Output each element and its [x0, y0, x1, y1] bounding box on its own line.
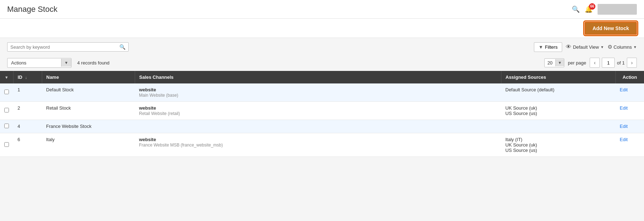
edit-link[interactable]: Edit: [620, 124, 628, 129]
source-line: US Source (us): [505, 148, 611, 153]
row-id: 2: [13, 102, 42, 120]
th-sources-label: Assigned Sources: [506, 75, 546, 80]
per-page-number: 20: [545, 59, 555, 67]
th-name-label: Name: [46, 75, 59, 80]
th-id[interactable]: ID ↓: [13, 71, 42, 83]
notification-badge: 66: [589, 3, 595, 10]
view-label: Default View: [573, 44, 599, 50]
header-right: 🔍 🔔 66: [572, 4, 637, 15]
header-search-icon[interactable]: 🔍: [572, 5, 580, 13]
toolbar: Add New Stock: [0, 19, 644, 38]
channel-sub: Retail Website (retail): [139, 111, 180, 116]
view-select[interactable]: 👁 Default View ▼: [566, 44, 604, 50]
table-row: 1Default StockwebsiteMain Website (base)…: [0, 83, 644, 102]
th-checkbox[interactable]: ▼: [0, 71, 13, 83]
row-sales-channels: websiteFrance Website MSB (france_websit…: [135, 133, 501, 157]
prev-page-button[interactable]: ‹: [590, 58, 600, 68]
search-icon[interactable]: 🔍: [119, 44, 125, 50]
row-id: 6: [13, 133, 42, 157]
row-name: France Website Stock: [42, 120, 135, 133]
table-row: 4France Website StockEdit: [0, 120, 644, 133]
actions-label: Actions: [8, 58, 61, 67]
row-action: Edit: [615, 102, 644, 120]
source-line: UK Source (uk): [505, 105, 611, 111]
table-container: ▼ ID ↓ Name Sales Channels Assigned Sour…: [0, 71, 644, 157]
pagination: 20 ▼ per page ‹ of 1 ›: [544, 58, 637, 68]
source-line: UK Source (uk): [505, 142, 611, 148]
user-avatar: [598, 4, 637, 15]
edit-link[interactable]: Edit: [620, 87, 628, 92]
page-of-label: of 1: [617, 60, 625, 66]
source-line: Default Source (default): [505, 87, 611, 92]
search-filter-row: 🔍 ▼ Filters 👁 Default View ▼ ⚙ Columns ▼: [0, 38, 644, 56]
view-dropdown-arrow: ▼: [600, 45, 604, 49]
notification-bell[interactable]: 🔔 66: [585, 5, 593, 13]
channel-sub: Main Website (base): [139, 93, 178, 98]
row-assigned-sources: [501, 120, 615, 133]
row-checkbox-input[interactable]: [4, 142, 9, 147]
funnel-icon: ▼: [539, 44, 543, 50]
per-page-select[interactable]: 20 ▼: [544, 58, 564, 67]
search-input[interactable]: [10, 44, 119, 50]
filters-label: Filters: [545, 44, 558, 50]
row-assigned-sources: UK Source (uk)US Source (us): [501, 102, 615, 120]
table-row: 6ItalywebsiteFrance Website MSB (france_…: [0, 133, 644, 157]
th-assigned-sources[interactable]: Assigned Sources: [501, 71, 615, 83]
top-header: Manage Stock 🔍 🔔 66: [0, 0, 644, 19]
th-action-label: Action: [623, 75, 637, 80]
row-checkbox[interactable]: [0, 83, 13, 102]
th-sales-label: Sales Channels: [139, 75, 174, 80]
row-assigned-sources: Italy (IT)UK Source (uk)US Source (us): [501, 133, 615, 157]
row-assigned-sources: Default Source (default): [501, 83, 615, 102]
row-checkbox-input[interactable]: [4, 124, 9, 128]
actions-dropdown[interactable]: Actions ▼: [7, 58, 71, 68]
row-sales-channels: [135, 120, 501, 133]
channel-sub: France Website MSB (france_website_msb): [139, 143, 223, 148]
actions-left: Actions ▼ 4 records found: [7, 58, 109, 68]
row-action: Edit: [615, 120, 644, 133]
row-name: Retail Stock: [42, 102, 135, 120]
filters-button[interactable]: ▼ Filters: [534, 42, 562, 52]
table-row: 2Retail StockwebsiteRetail Website (reta…: [0, 102, 644, 120]
records-found: 4 records found: [77, 60, 109, 66]
add-new-stock-button[interactable]: Add New Stock: [585, 22, 637, 35]
per-page-dropdown-arrow[interactable]: ▼: [555, 59, 564, 66]
source-line: Italy (IT): [505, 137, 611, 142]
filter-controls: ▼ Filters 👁 Default View ▼ ⚙ Columns ▼: [534, 42, 637, 52]
per-page-label: per page: [568, 60, 586, 66]
source-line: US Source (us): [505, 111, 611, 116]
row-checkbox[interactable]: [0, 133, 13, 157]
columns-dropdown-arrow: ▼: [633, 45, 637, 49]
table-header-row: ▼ ID ↓ Name Sales Channels Assigned Sour…: [0, 71, 644, 83]
columns-label: Columns: [614, 44, 632, 50]
next-page-button[interactable]: ›: [627, 58, 637, 68]
row-checkbox-input[interactable]: [4, 108, 9, 112]
actions-row: Actions ▼ 4 records found 20 ▼ per page …: [0, 56, 644, 71]
th-name[interactable]: Name: [42, 71, 135, 83]
row-id: 1: [13, 83, 42, 102]
search-box: 🔍: [7, 42, 129, 52]
th-sales-channels[interactable]: Sales Channels: [135, 71, 501, 83]
edit-link[interactable]: Edit: [620, 105, 628, 111]
columns-button[interactable]: ⚙ Columns ▼: [608, 44, 637, 50]
channel-name: website: [139, 105, 156, 111]
id-sort-icon: ↓: [25, 75, 27, 80]
row-action: Edit: [615, 83, 644, 102]
stock-table: ▼ ID ↓ Name Sales Channels Assigned Sour…: [0, 71, 644, 157]
row-name: Italy: [42, 133, 135, 157]
row-sales-channels: websiteMain Website (base): [135, 83, 501, 102]
row-name: Default Stock: [42, 83, 135, 102]
row-checkbox[interactable]: [0, 102, 13, 120]
page-input[interactable]: [602, 58, 615, 68]
actions-dropdown-arrow[interactable]: ▼: [61, 59, 71, 67]
row-checkbox[interactable]: [0, 120, 13, 133]
eye-icon: 👁: [566, 44, 571, 50]
page-title: Manage Stock: [7, 5, 58, 14]
row-checkbox-input[interactable]: [4, 90, 9, 94]
row-id: 4: [13, 120, 42, 133]
row-action: Edit: [615, 133, 644, 157]
edit-link[interactable]: Edit: [620, 137, 628, 142]
select-all-dropdown[interactable]: ▼: [5, 75, 9, 80]
gear-icon: ⚙: [608, 44, 612, 50]
channel-name: website: [139, 87, 156, 92]
